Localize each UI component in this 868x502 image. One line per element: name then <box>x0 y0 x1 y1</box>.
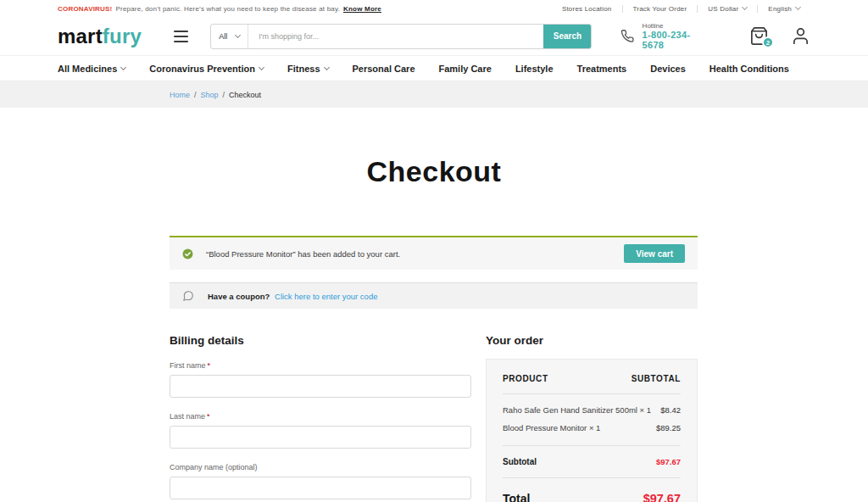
nav-label: All Medicines <box>58 64 117 74</box>
nav-treatments[interactable]: Treatments <box>577 64 627 74</box>
user-icon <box>791 26 810 46</box>
nav-devices[interactable]: Devices <box>650 64 686 74</box>
billing-details-section: Billing details First name* Last name* C… <box>170 334 471 502</box>
topbar-links: Stores Location Track Your Order US Doll… <box>552 5 810 13</box>
order-items: Raho Safe Gen Hand Sanitizer 500ml × 1 $… <box>503 394 681 446</box>
your-order-section: Your order PRODUCT SUBTOTAL Raho Safe Ge… <box>486 334 698 502</box>
item-qty: × 1 <box>640 405 651 415</box>
stores-location-link[interactable]: Stores Location <box>552 5 622 13</box>
order-title: Your order <box>486 334 698 347</box>
hotline-label: Hotline <box>643 22 702 30</box>
currency-label: US Dollar <box>708 5 738 13</box>
main-nav: All Medicines Coronavirus Prevention Fit… <box>0 56 868 81</box>
breadcrumb: Home Shop Checkout <box>0 81 868 108</box>
coupon-question: Have a coupon? <box>208 292 270 301</box>
track-order-link[interactable]: Track Your Order <box>622 5 698 13</box>
search-bar: All Search <box>210 24 592 49</box>
header: martfury All Search Hotline 1-800-234-56… <box>0 17 868 56</box>
search-category-dropdown[interactable]: All <box>211 25 248 48</box>
added-to-cart-alert: “Blood Pressure Monitor” has been added … <box>170 236 698 270</box>
company-name-input[interactable] <box>170 477 471 499</box>
cart-count-badge: 2 <box>762 36 774 48</box>
subtotal-label: Subtotal <box>503 457 537 466</box>
order-item-row: Blood Pressure Monitor × 1 $89.25 <box>503 419 681 437</box>
chevron-down-icon <box>323 64 329 70</box>
order-summary-panel: PRODUCT SUBTOTAL Raho Safe Gen Hand Sani… <box>486 359 698 502</box>
product-column-header: PRODUCT <box>503 374 548 383</box>
nav-label: Coronavirus Prevention <box>149 64 255 74</box>
logo-part-mart: mart <box>58 25 103 47</box>
last-name-label: Last name* <box>170 412 471 421</box>
nav-personal-care[interactable]: Personal Care <box>353 64 415 74</box>
chevron-down-icon <box>795 4 801 10</box>
chevron-down-icon <box>120 64 126 70</box>
item-subtotal: $8.42 <box>660 405 681 415</box>
order-table-header: PRODUCT SUBTOTAL <box>503 360 681 394</box>
search-button[interactable]: Search <box>543 25 591 48</box>
first-name-input[interactable] <box>170 375 471 398</box>
coronavirus-notice: CORONAVIRUS! Prepare, don’t panic. Here’… <box>58 5 381 13</box>
subtotal-column-header: SUBTOTAL <box>632 374 681 383</box>
checkout-container: “Blood Pressure Monitor” has been added … <box>170 236 698 502</box>
search-input[interactable] <box>248 25 543 48</box>
language-label: English <box>768 5 792 13</box>
breadcrumb-separator <box>219 91 230 99</box>
coupon-notice: Have a coupon? Click here to enter your … <box>170 282 698 309</box>
subtotal-value: $97.67 <box>656 457 681 466</box>
cart-button[interactable]: 2 <box>749 26 769 46</box>
item-name: Raho Safe Gen Hand Sanitizer 500ml × 1 <box>503 405 651 415</box>
total-label: Total <box>503 492 530 502</box>
nav-fitness[interactable]: Fitness <box>287 64 329 74</box>
item-name: Blood Pressure Monitor × 1 <box>503 423 600 432</box>
know-more-link[interactable]: Know More <box>343 5 381 13</box>
field-last-name: Last name* <box>170 412 471 449</box>
first-name-label: First name* <box>170 361 471 370</box>
hotline-number[interactable]: 1-800-234-5678 <box>643 30 702 50</box>
item-title: Raho Safe Gen Hand Sanitizer 500ml <box>503 405 637 415</box>
last-name-input[interactable] <box>170 426 471 449</box>
field-company-name: Company name (optional) <box>170 463 471 499</box>
topbar: CORONAVIRUS! Prepare, don’t panic. Here’… <box>0 0 868 17</box>
item-qty: × 1 <box>589 423 600 432</box>
notice-highlight: CORONAVIRUS! <box>58 5 112 13</box>
order-item-row: Raho Safe Gen Hand Sanitizer 500ml × 1 $… <box>503 401 681 419</box>
search-category-label: All <box>219 32 227 41</box>
logo[interactable]: martfury <box>58 25 142 48</box>
nav-health-conditions[interactable]: Health Conditions <box>709 64 789 74</box>
required-mark: * <box>208 361 211 370</box>
breadcrumb-shop[interactable]: Shop <box>201 91 219 99</box>
nav-lifestyle[interactable]: Lifestyle <box>515 64 554 74</box>
nav-coronavirus-prevention[interactable]: Coronavirus Prevention <box>149 64 264 74</box>
item-subtotal: $89.25 <box>656 423 681 432</box>
nav-family-care[interactable]: Family Care <box>439 64 492 74</box>
nav-label: Fitness <box>287 64 320 74</box>
billing-title: Billing details <box>170 334 471 347</box>
logo-part-fury: fury <box>103 25 142 47</box>
language-selector[interactable]: English <box>757 5 810 13</box>
menu-icon[interactable] <box>174 27 188 46</box>
chevron-down-icon <box>259 64 264 70</box>
check-circle-icon <box>182 248 193 259</box>
field-first-name: First name* <box>170 361 471 398</box>
view-cart-button[interactable]: View cart <box>624 244 685 263</box>
breadcrumb-home[interactable]: Home <box>170 91 190 99</box>
breadcrumb-current: Checkout <box>229 91 261 99</box>
subtotal-row: Subtotal $97.67 <box>503 446 681 478</box>
account-button[interactable] <box>791 26 810 46</box>
chevron-down-icon <box>235 31 241 37</box>
required-mark: * <box>207 412 210 421</box>
currency-selector[interactable]: US Dollar <box>697 5 757 13</box>
message-bubble-icon <box>182 290 194 302</box>
label-text: Last name <box>170 412 205 421</box>
coupon-link[interactable]: Click here to enter your code <box>275 292 377 301</box>
page-title: Checkout <box>0 155 868 188</box>
breadcrumb-separator <box>190 91 201 99</box>
chevron-down-icon <box>742 4 748 10</box>
label-text: Company name (optional) <box>170 463 258 471</box>
nav-all-medicines[interactable]: All Medicines <box>58 64 125 74</box>
label-text: First name <box>170 361 206 370</box>
total-row: Total $97.67 <box>503 478 681 502</box>
item-title: Blood Pressure Monitor <box>503 423 587 432</box>
coupon-text: Have a coupon? Click here to enter your … <box>208 292 377 301</box>
alert-message: “Blood Pressure Monitor” has been added … <box>206 249 624 259</box>
